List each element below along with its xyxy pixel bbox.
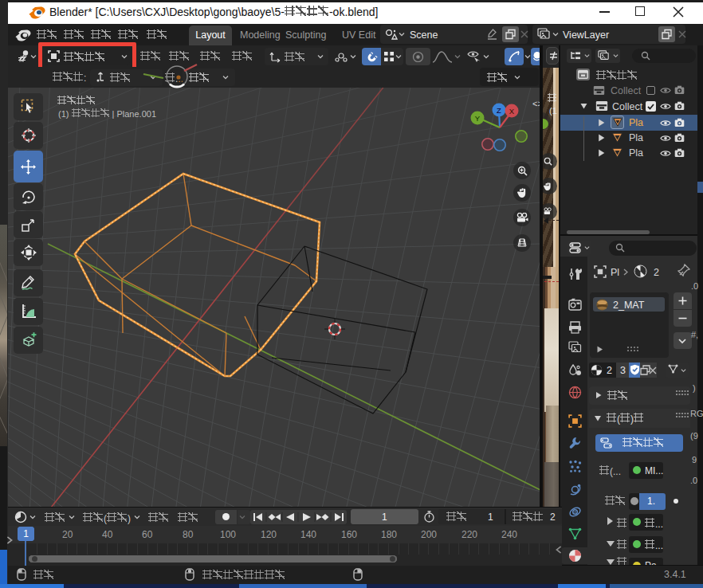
svg-text:Y: Y <box>475 114 481 123</box>
svg-text:Z: Z <box>497 106 501 115</box>
svg-text:X: X <box>509 107 515 116</box>
